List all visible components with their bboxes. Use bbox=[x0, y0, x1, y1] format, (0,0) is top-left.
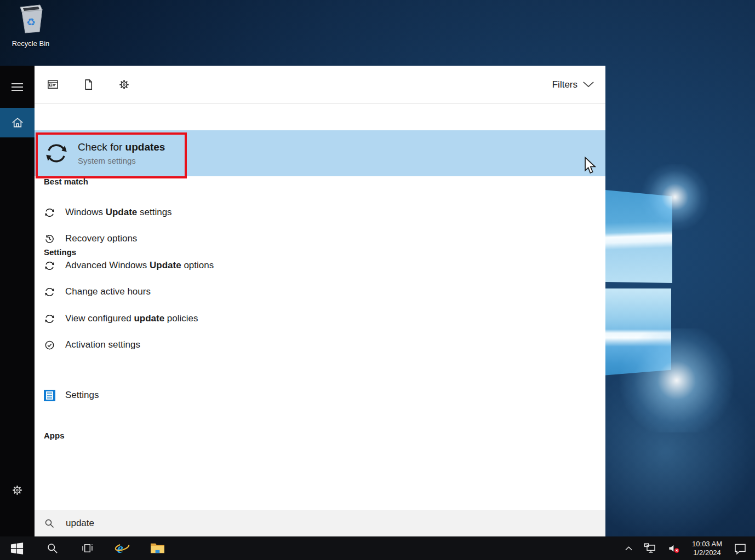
settings-filter-icon[interactable] bbox=[118, 78, 130, 91]
chevron-up-icon bbox=[625, 546, 633, 551]
history-icon bbox=[44, 233, 55, 245]
settings-app-icon bbox=[44, 390, 55, 401]
best-match-section-header: Best match bbox=[44, 177, 88, 186]
best-match-title: Check for updates bbox=[78, 141, 165, 153]
clock-time: 10:03 AM bbox=[692, 540, 722, 549]
sidebar-item-home[interactable] bbox=[0, 108, 35, 137]
best-match-result[interactable]: Check for updates System settings bbox=[35, 130, 605, 176]
tray-expand-button[interactable] bbox=[622, 536, 636, 560]
check-circle-icon bbox=[44, 339, 55, 351]
start-sidebar bbox=[0, 66, 35, 536]
result-recovery-options[interactable]: Recovery options bbox=[35, 226, 605, 252]
network-status-button[interactable] bbox=[641, 536, 660, 560]
search-input[interactable] bbox=[66, 518, 504, 529]
result-settings-app[interactable]: Settings bbox=[35, 382, 605, 408]
home-icon bbox=[10, 116, 25, 130]
network-icon bbox=[644, 542, 657, 554]
svg-text:e: e bbox=[117, 540, 123, 556]
start-button-icon bbox=[10, 542, 24, 555]
task-view-button[interactable] bbox=[75, 536, 100, 560]
clock-date: 1/2/2024 bbox=[692, 549, 722, 557]
result-windows-update-settings[interactable]: Windows Update settings bbox=[35, 199, 605, 226]
filters-label: Filters bbox=[552, 79, 577, 90]
start-button[interactable] bbox=[4, 536, 30, 560]
taskbar-left: e bbox=[0, 536, 170, 560]
sync-icon bbox=[44, 141, 69, 166]
desktop: ♻ Recycle Bin Filters bbox=[0, 0, 755, 560]
taskbar: e bbox=[0, 536, 755, 560]
hamburger-menu-icon bbox=[12, 81, 23, 93]
apps-filter-icon[interactable] bbox=[47, 78, 59, 91]
result-advanced-windows-update-options[interactable]: Advanced Windows Update options bbox=[35, 252, 605, 279]
best-match-subtitle: System settings bbox=[78, 156, 165, 165]
volume-muted-icon bbox=[668, 543, 680, 554]
svg-text:♻: ♻ bbox=[26, 16, 36, 28]
best-match-texts: Check for updates System settings bbox=[78, 141, 165, 165]
recycle-bin-label: Recycle Bin bbox=[4, 39, 57, 48]
search-icon bbox=[44, 518, 55, 529]
result-activation-settings[interactable]: Activation settings bbox=[35, 332, 605, 358]
documents-filter-icon[interactable] bbox=[82, 78, 95, 91]
hamburger-menu-button[interactable] bbox=[0, 72, 35, 102]
volume-button[interactable] bbox=[665, 536, 683, 560]
result-change-active-hours[interactable]: Change active hours bbox=[35, 279, 605, 305]
sidebar-item-settings[interactable] bbox=[0, 475, 35, 505]
recycle-bin-icon: ♻ bbox=[15, 3, 47, 36]
file-explorer-icon bbox=[150, 541, 165, 555]
action-center-icon bbox=[734, 542, 747, 555]
internet-explorer-button[interactable]: e bbox=[110, 536, 135, 560]
taskbar-search-button[interactable] bbox=[39, 536, 65, 560]
recycle-bin-shortcut[interactable]: ♻ Recycle Bin bbox=[4, 3, 57, 48]
filters-dropdown[interactable]: Filters bbox=[552, 79, 594, 90]
internet-explorer-icon: e bbox=[114, 540, 130, 557]
search-results-pane: Filters Best match Check for updates Sys… bbox=[35, 66, 605, 536]
sync-icon bbox=[44, 260, 55, 272]
gear-icon bbox=[11, 484, 24, 497]
chevron-down-icon bbox=[582, 81, 594, 88]
search-icon bbox=[46, 542, 59, 555]
task-view-icon bbox=[81, 541, 94, 555]
search-filter-bar: Filters bbox=[35, 66, 605, 104]
result-view-configured-update-policies[interactable]: View configured update policies bbox=[35, 305, 605, 332]
taskbar-clock[interactable]: 10:03 AM 1/2/2024 bbox=[689, 540, 725, 557]
file-explorer-button[interactable] bbox=[145, 536, 170, 560]
system-tray: 10:03 AM 1/2/2024 bbox=[622, 536, 755, 560]
sync-icon bbox=[44, 286, 55, 298]
sync-icon bbox=[44, 313, 55, 325]
start-search-panel: Filters Best match Check for updates Sys… bbox=[0, 66, 605, 536]
action-center-button[interactable] bbox=[731, 536, 750, 560]
sync-icon bbox=[44, 207, 55, 218]
apps-section-header: Apps bbox=[44, 431, 65, 440]
search-box[interactable] bbox=[35, 510, 605, 536]
